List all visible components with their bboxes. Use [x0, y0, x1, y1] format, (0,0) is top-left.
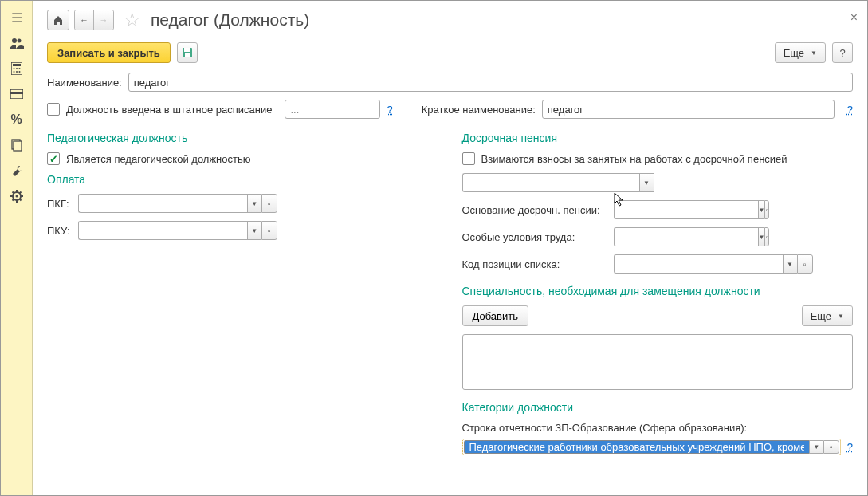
pku-input[interactable] [78, 221, 247, 240]
more-label: Еще [784, 47, 804, 59]
code-input[interactable] [614, 254, 783, 274]
svg-point-5 [16, 68, 18, 69]
zp-dropdown[interactable]: ▼ [809, 440, 823, 454]
favorite-star-icon[interactable]: ☆ [124, 9, 141, 31]
calculator-icon[interactable] [5, 57, 29, 81]
help-link-short[interactable]: ? [847, 104, 853, 116]
section-pension: Досрочная пенсия [462, 132, 854, 144]
special-input[interactable] [614, 227, 758, 246]
pkg-dropdown[interactable]: ▼ [247, 194, 261, 213]
svg-point-8 [16, 71, 18, 73]
nav-back-forward: ← → [74, 10, 114, 30]
gear-icon[interactable] [5, 184, 29, 208]
specialty-list[interactable] [462, 334, 854, 390]
documents-icon[interactable] [5, 133, 29, 157]
svg-rect-13 [14, 141, 22, 151]
more-button-spec[interactable]: Еще ▼ [802, 305, 853, 326]
back-button[interactable]: ← [75, 10, 94, 30]
svg-rect-17 [184, 48, 190, 52]
zp-label: Строка отчетности ЗП-Образование (Сфера … [462, 422, 854, 434]
shortname-label: Краткое наименование: [422, 104, 536, 116]
save-button[interactable] [177, 42, 198, 63]
help-link-zp[interactable]: ? [847, 441, 853, 453]
special-label: Особые условия труда: [462, 231, 606, 243]
forward-button[interactable]: → [94, 10, 113, 30]
basis-dropdown[interactable]: ▼ [758, 200, 765, 219]
wrench-icon[interactable] [5, 159, 29, 183]
shortname-input[interactable] [542, 100, 835, 119]
svg-point-0 [12, 38, 17, 43]
add-button[interactable]: Добавить [462, 305, 528, 326]
basis-expand[interactable]: ▫ [764, 200, 769, 219]
chevron-down-icon: ▼ [838, 313, 844, 320]
pkg-input[interactable] [78, 194, 247, 213]
in-staff-label: Должность введена в штатное расписание [66, 104, 272, 116]
name-row: Наименование: [47, 73, 853, 92]
svg-point-6 [18, 68, 20, 69]
is-pedagogical-checkbox[interactable] [47, 152, 60, 165]
people-icon[interactable] [5, 31, 29, 55]
name-input[interactable] [128, 73, 853, 92]
more-button[interactable]: Еще ▼ [775, 42, 826, 63]
special-dropdown[interactable]: ▼ [758, 227, 765, 246]
svg-point-4 [13, 68, 14, 69]
code-expand[interactable]: ▫ [797, 254, 813, 274]
pension-type-input[interactable] [462, 173, 639, 192]
pku-dropdown[interactable]: ▼ [247, 221, 261, 240]
svg-point-1 [17, 39, 21, 43]
menu-icon[interactable]: ☰ [5, 6, 29, 30]
toolbar: Записать и закрыть Еще ▼ ? [47, 42, 853, 63]
pku-label: ПКУ: [47, 225, 70, 237]
basis-input[interactable] [614, 200, 758, 219]
pkg-label: ПКГ: [47, 198, 70, 210]
in-staff-date-input[interactable] [285, 100, 380, 119]
in-staff-checkbox[interactable] [47, 103, 60, 116]
zp-input[interactable] [464, 440, 809, 454]
is-pedagogical-label: Является педагогической должностью [66, 153, 251, 165]
svg-rect-3 [13, 64, 21, 66]
close-button[interactable]: × [850, 10, 858, 25]
section-specialty: Специальность, необходимая для замещения… [462, 285, 854, 297]
card-icon[interactable] [5, 82, 29, 106]
pku-expand[interactable]: ▫ [261, 221, 277, 240]
sidebar: ☰ % [1, 1, 33, 495]
contributions-label: Взимаются взносы за занятых на работах с… [481, 153, 787, 165]
save-and-close-button[interactable]: Записать и закрыть [47, 42, 171, 63]
page-title: педагог (Должность) [151, 10, 309, 30]
svg-rect-11 [10, 92, 23, 94]
navigation-bar: ← → ☆ педагог (Должность) [47, 9, 853, 31]
help-link-staff[interactable]: ? [387, 104, 392, 116]
main-panel: × ← → ☆ педагог (Должность) Записать и з… [33, 1, 867, 495]
basis-label: Основание досрочн. пенсии: [462, 204, 606, 216]
home-button[interactable] [47, 10, 69, 30]
zp-expand[interactable]: ▫ [823, 440, 839, 454]
svg-point-15 [15, 195, 18, 198]
section-categories: Категории должности [462, 401, 854, 414]
percent-icon[interactable]: % [5, 108, 29, 132]
svg-point-9 [18, 71, 20, 73]
section-payment: Оплата [47, 173, 438, 186]
chevron-down-icon: ▼ [811, 49, 817, 57]
right-column: Досрочная пенсия Взимаются взносы за зан… [462, 127, 854, 463]
special-expand[interactable]: ▫ [764, 227, 769, 246]
svg-rect-18 [185, 53, 190, 57]
contributions-checkbox[interactable] [462, 152, 475, 165]
staff-row: Должность введена в штатное расписание ?… [47, 100, 853, 119]
help-button[interactable]: ? [832, 42, 853, 63]
left-column: Педагогическая должность Является педаго… [47, 127, 438, 463]
svg-point-7 [13, 71, 14, 73]
name-label: Наименование: [47, 77, 122, 89]
code-dropdown[interactable]: ▼ [783, 254, 797, 274]
code-label: Код позиции списка: [462, 258, 606, 270]
pkg-expand[interactable]: ▫ [261, 194, 277, 213]
pension-type-dropdown[interactable]: ▼ [639, 173, 654, 192]
section-pedagogical: Педагогическая должность [47, 132, 438, 144]
